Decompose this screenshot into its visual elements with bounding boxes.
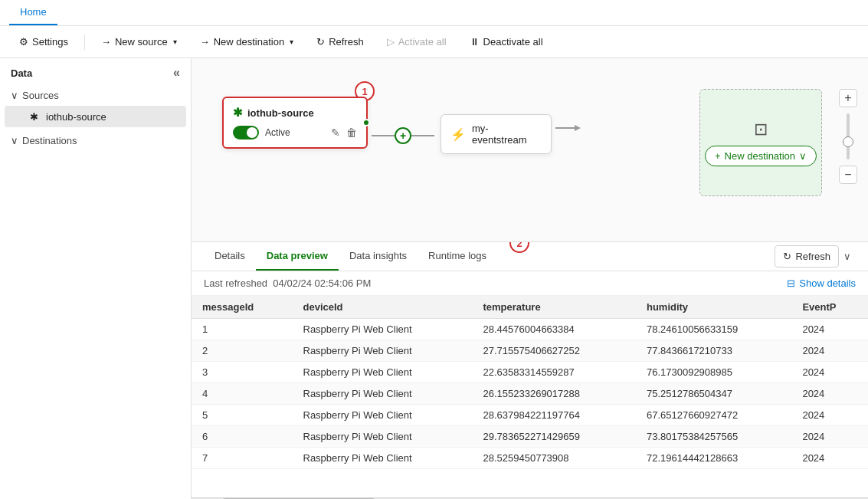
canvas-area: 1 ✱ iothub-source Active ✎ 🗑 bbox=[192, 58, 868, 242]
active-toggle[interactable] bbox=[233, 126, 259, 140]
connector: + bbox=[372, 127, 434, 144]
table-cell: 2024 bbox=[791, 448, 868, 469]
table-cell: 73.80175384257565 bbox=[636, 426, 791, 448]
data-table-container[interactable]: messageId deviceId temperature humidity … bbox=[192, 296, 868, 497]
table-row: 6Raspberry Pi Web Client29.7836522714296… bbox=[192, 426, 868, 448]
table-cell: 2024 bbox=[791, 426, 868, 448]
table-cell: 2024 bbox=[791, 340, 868, 362]
table-row: 3Raspberry Pi Web Client22.6358331455928… bbox=[192, 362, 868, 383]
bottom-panel: 2 Details Data preview Data insights Run… bbox=[192, 242, 868, 499]
sidebar-item-iothub-source[interactable]: ✱ iothub-source bbox=[5, 106, 186, 127]
table-cell: Raspberry Pi Web Client bbox=[293, 383, 473, 405]
new-destination-icon: → bbox=[200, 36, 210, 48]
panel-refresh-icon: ↻ bbox=[783, 251, 791, 262]
last-refreshed-text: Last refreshed 04/02/24 02:54:06 PM bbox=[204, 277, 371, 289]
toolbar-separator bbox=[84, 34, 85, 50]
zoom-out-button[interactable]: − bbox=[839, 166, 857, 184]
panel-tabs-row: Details Data preview Data insights Runti… bbox=[192, 242, 868, 271]
col-messageid: messageId bbox=[192, 296, 293, 319]
sidebar-destinations-toggle[interactable]: ∨ Destinations bbox=[0, 131, 191, 150]
new-source-icon: → bbox=[101, 36, 111, 48]
source-card-icon: ✱ bbox=[233, 106, 243, 120]
deactivate-all-icon: ⏸ bbox=[470, 36, 480, 48]
tab-runtime-logs[interactable]: Runtime logs bbox=[418, 242, 497, 271]
tab-home[interactable]: Home bbox=[9, 0, 57, 25]
table-cell: 29.783652271429659 bbox=[472, 426, 635, 448]
source-card-title: ✱ iothub-source bbox=[233, 106, 357, 120]
table-cell: 76.1730092908985 bbox=[636, 362, 791, 383]
activate-all-icon: ▷ bbox=[387, 36, 395, 48]
table-row: 7Raspberry Pi Web Client28.5259450773908… bbox=[192, 448, 868, 469]
sidebar-destinations-section: ∨ Destinations bbox=[0, 130, 191, 152]
tab-data-insights[interactable]: Data insights bbox=[339, 242, 418, 271]
connector-line-1 bbox=[372, 135, 395, 136]
table-cell: 27.715575406627252 bbox=[472, 340, 635, 362]
zoom-controls: + − bbox=[839, 89, 857, 184]
delete-button[interactable]: 🗑 bbox=[346, 126, 357, 139]
col-eventp: EventP bbox=[791, 296, 868, 319]
connector-plus-button[interactable]: + bbox=[395, 127, 411, 144]
col-temperature: temperature bbox=[472, 296, 635, 319]
destination-area: ⊡ + New destination ∨ bbox=[699, 89, 822, 196]
table-cell: 75.2512786504347 bbox=[636, 383, 791, 405]
source-card: ✱ iothub-source Active ✎ 🗑 bbox=[222, 97, 368, 149]
table-cell: 72.19614442128663 bbox=[636, 448, 791, 469]
table-cell: 7 bbox=[192, 448, 293, 469]
table-header: messageId deviceId temperature humidity … bbox=[192, 296, 868, 319]
table-cell: 2 bbox=[192, 340, 293, 362]
new-source-button[interactable]: → New source ▾ bbox=[91, 31, 187, 53]
source-card-status: Active ✎ 🗑 bbox=[233, 126, 357, 140]
show-details-button[interactable]: ⊟ Show details bbox=[787, 277, 856, 289]
table-cell: 67.65127660927472 bbox=[636, 405, 791, 426]
table-cell: 5 bbox=[192, 405, 293, 426]
new-destination-canvas-button[interactable]: + New destination ∨ bbox=[705, 146, 817, 166]
table-cell: 2024 bbox=[791, 383, 868, 405]
table-header-row: messageId deviceId temperature humidity … bbox=[192, 296, 868, 319]
card-actions: ✎ 🗑 bbox=[331, 126, 357, 139]
sources-chevron-icon: ∨ bbox=[11, 90, 18, 101]
table-cell: 3 bbox=[192, 362, 293, 383]
new-dest-dropdown-icon: ∨ bbox=[799, 150, 807, 162]
eventstream-arrow-head bbox=[575, 125, 581, 131]
panel-refresh-button[interactable]: ↻ Refresh bbox=[775, 245, 839, 268]
table-cell: 26.155233269017288 bbox=[472, 383, 635, 405]
table-cell: Raspberry Pi Web Client bbox=[293, 362, 473, 383]
table-cell: Raspberry Pi Web Client bbox=[293, 405, 473, 426]
table-cell: 77.8436617210733 bbox=[636, 340, 791, 362]
tab-data-preview[interactable]: Data preview bbox=[256, 242, 339, 271]
refresh-button[interactable]: ↻ Refresh bbox=[306, 31, 374, 53]
zoom-handle[interactable] bbox=[843, 136, 853, 147]
destination-area-icon: ⊡ bbox=[754, 120, 768, 140]
activate-all-button[interactable]: ▷ Activate all bbox=[377, 31, 457, 53]
sidebar-header: Data « bbox=[0, 58, 191, 84]
refresh-icon: ↻ bbox=[316, 36, 325, 48]
iothub-source-icon: ✱ bbox=[28, 110, 40, 123]
sidebar-collapse-button[interactable]: « bbox=[173, 66, 180, 80]
sidebar-title: Data bbox=[11, 67, 32, 79]
connection-dot bbox=[362, 119, 370, 126]
edit-button[interactable]: ✎ bbox=[331, 126, 340, 139]
sidebar-sources-toggle[interactable]: ∨ Sources bbox=[0, 86, 191, 105]
eventstream-node[interactable]: ⚡ my-eventstream bbox=[441, 114, 552, 154]
zoom-in-button[interactable]: + bbox=[839, 89, 857, 107]
table-cell: 28.637984221197764 bbox=[472, 405, 635, 426]
tabs-row-wrapper: 2 Details Data preview Data insights Run… bbox=[192, 242, 868, 271]
new-destination-button[interactable]: → New destination ▾ bbox=[190, 31, 304, 53]
deactivate-all-button[interactable]: ⏸ Deactivate all bbox=[460, 31, 553, 53]
panel-expand-button[interactable]: ∨ bbox=[839, 246, 856, 267]
table-cell: 2024 bbox=[791, 405, 868, 426]
table-cell: Raspberry Pi Web Client bbox=[293, 340, 473, 362]
destinations-chevron-icon: ∨ bbox=[11, 135, 18, 146]
main-layout: Data « ∨ Sources ✱ iothub-source ∨ Desti… bbox=[0, 58, 868, 499]
table-cell: 78.24610056633159 bbox=[636, 319, 791, 340]
content-area: 1 ✱ iothub-source Active ✎ 🗑 bbox=[192, 58, 868, 499]
data-meta: Last refreshed 04/02/24 02:54:06 PM ⊟ Sh… bbox=[192, 271, 868, 296]
tab-details[interactable]: Details bbox=[204, 242, 256, 271]
new-source-dropdown-icon: ▾ bbox=[173, 38, 177, 46]
eventstream-icon: ⚡ bbox=[450, 127, 466, 142]
new-destination-dropdown-icon: ▾ bbox=[290, 38, 293, 46]
settings-button[interactable]: ⚙ Settings bbox=[9, 31, 78, 53]
sidebar-sources-section: ∨ Sources ✱ iothub-source bbox=[0, 84, 191, 130]
zoom-slider[interactable] bbox=[847, 113, 850, 159]
sidebar: Data « ∨ Sources ✱ iothub-source ∨ Desti… bbox=[0, 58, 192, 499]
